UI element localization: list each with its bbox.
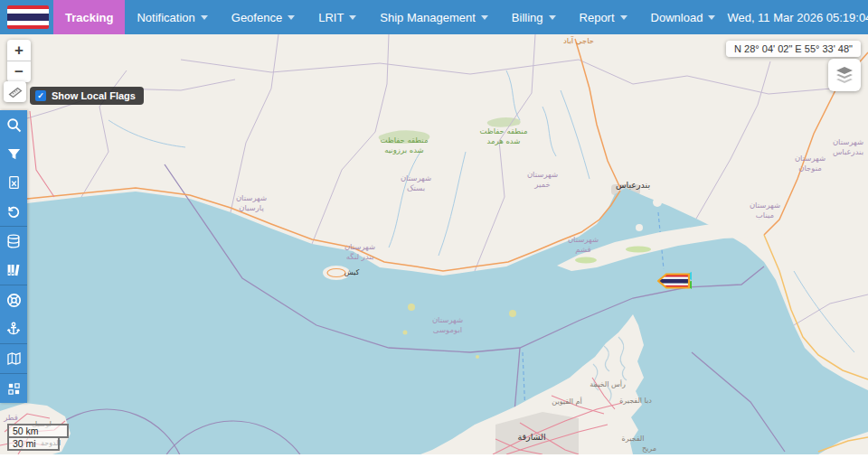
- anchor-tool-button[interactable]: [0, 314, 27, 344]
- local-flags-toggle[interactable]: Show Local Flags: [30, 87, 144, 105]
- map-label: شهرستان: [236, 193, 267, 202]
- lifebuoy-icon: [6, 293, 22, 308]
- vts-application: { "navbar": { "brand": "thailand-flag", …: [0, 0, 868, 458]
- nav-geofence[interactable]: Geofence: [220, 0, 307, 34]
- support-tool-button[interactable]: [0, 285, 27, 314]
- layers-button[interactable]: [828, 59, 861, 91]
- map-label: شهرستان: [401, 173, 431, 182]
- map-label: شده هرمد: [487, 136, 521, 145]
- zoom-in-button[interactable]: +: [7, 40, 31, 61]
- map-label: قشم: [575, 245, 590, 255]
- map-label: رأس الخيمة: [590, 379, 626, 388]
- map-label: شهرستان: [527, 170, 558, 179]
- map-label: كيش: [344, 268, 360, 276]
- modules-grid-icon: [7, 382, 21, 396]
- measure-tool-button[interactable]: [4, 81, 26, 102]
- top-navbar: Tracking Notification Geofence LRIT Ship…: [0, 0, 868, 34]
- map-label: شده برزونیه: [384, 145, 424, 154]
- database-tool-button[interactable]: [0, 227, 27, 256]
- nav-tracking[interactable]: Tracking: [53, 0, 125, 34]
- archive-tool-button[interactable]: [0, 256, 27, 285]
- map-label: بندرعباس: [616, 180, 650, 190]
- map-icon: [6, 351, 22, 366]
- filter-icon: [7, 147, 21, 161]
- brand-logo: [0, 0, 53, 34]
- datetime-display: Wed, 11 Mar 2026 05:19:04 GMT: [727, 11, 868, 24]
- ruler-icon: [8, 85, 23, 99]
- filter-tool-button[interactable]: [0, 139, 27, 168]
- scale-mi: 30 mi: [7, 438, 60, 451]
- map-label: الشارقة: [517, 432, 545, 442]
- map-label: بندرعباس: [833, 147, 863, 156]
- thailand-flag-icon: [7, 5, 49, 29]
- map-label: پارسیان: [239, 203, 264, 212]
- map-label: بندر لنگه: [346, 252, 374, 261]
- coordinates-display: N 28° 04' 02" E 55° 33' 48": [726, 41, 861, 57]
- rotate-ccw-icon: [6, 204, 21, 219]
- map-label: منطقه حفاظت: [480, 126, 528, 136]
- local-flags-label: Show Local Flags: [52, 90, 136, 101]
- vessel-marker-thailand[interactable]: [657, 270, 693, 294]
- map-label: قطر: [3, 413, 18, 422]
- zoom-control: + −: [7, 40, 31, 82]
- map-label: منطقه حفاظت: [381, 136, 429, 145]
- map-label: شهرستان: [568, 235, 599, 244]
- map-label: شهرستان: [833, 137, 863, 146]
- bottom-strip: [0, 454, 868, 458]
- anchor-icon: [6, 322, 21, 336]
- map-label: میناب: [756, 210, 774, 220]
- zoom-out-button[interactable]: −: [7, 61, 31, 82]
- map-label: مريح: [642, 444, 656, 453]
- archive-books-icon: [6, 263, 21, 277]
- scale-bar: 50 km 30 mi: [7, 424, 69, 451]
- map-label: شهرستان: [750, 201, 780, 210]
- nav-download[interactable]: Download: [639, 0, 728, 34]
- refresh-tool-button[interactable]: [0, 197, 27, 227]
- modules-tool-button[interactable]: [0, 374, 27, 403]
- tool-sidebar: [0, 110, 27, 403]
- map-label: بستک: [407, 183, 425, 192]
- map-label: دبا الفجيرة: [619, 397, 652, 405]
- search-icon: [6, 117, 22, 133]
- search-tool-button[interactable]: [0, 110, 27, 139]
- map-label: الفجيرة: [622, 435, 645, 443]
- map-label: شهرستان: [344, 242, 375, 251]
- scale-km: 50 km: [7, 424, 69, 438]
- excel-export-tool-button[interactable]: [0, 168, 27, 197]
- map-canvas[interactable]: حاجي آبادمنطقه حفاظتشده برزونیهمنطقه حفا…: [0, 34, 868, 454]
- map-label: شهرستان: [432, 315, 463, 324]
- nav-report[interactable]: Report: [568, 0, 639, 34]
- nav-billing[interactable]: Billing: [500, 0, 568, 34]
- map-label: ابوموسی: [433, 325, 462, 334]
- map-label: شهرستان: [795, 154, 826, 163]
- nav-lrit[interactable]: LRIT: [307, 0, 368, 34]
- excel-file-icon: [7, 175, 21, 190]
- layers-icon: [834, 65, 855, 85]
- map-label: منوجان: [798, 164, 822, 173]
- nav-ship-management[interactable]: Ship Management: [368, 0, 500, 34]
- map-label: خمیر: [533, 180, 550, 189]
- map-label: أم القيوين: [552, 397, 581, 406]
- nav-notification[interactable]: Notification: [125, 0, 219, 34]
- database-icon: [6, 234, 21, 248]
- map-label: حاجي آباد: [563, 35, 594, 45]
- local-flags-checkbox[interactable]: [35, 90, 46, 101]
- map-tool-button[interactable]: [0, 344, 27, 374]
